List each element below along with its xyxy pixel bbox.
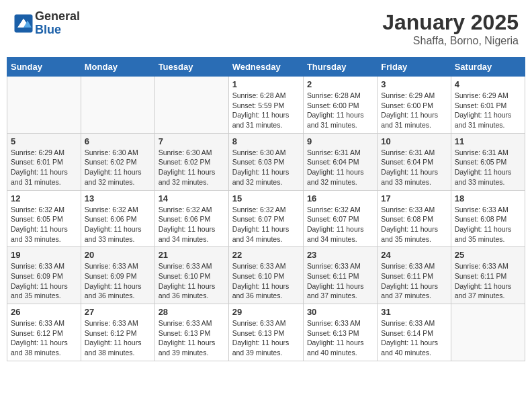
day-cell [7, 77, 81, 134]
day-cell: 22Sunrise: 6:33 AM Sunset: 6:10 PM Dayli… [228, 247, 303, 304]
week-row-4: 19Sunrise: 6:33 AM Sunset: 6:09 PM Dayli… [7, 247, 525, 304]
day-cell: 18Sunrise: 6:33 AM Sunset: 6:08 PM Dayli… [451, 190, 525, 247]
day-number: 21 [159, 250, 225, 260]
day-number: 11 [455, 136, 521, 146]
day-cell: 29Sunrise: 6:33 AM Sunset: 6:13 PM Dayli… [228, 304, 303, 361]
day-info: Sunrise: 6:31 AM Sunset: 6:04 PM Dayligh… [381, 148, 447, 187]
day-number: 6 [85, 136, 151, 146]
day-info: Sunrise: 6:31 AM Sunset: 6:05 PM Dayligh… [455, 148, 521, 187]
column-header-tuesday: Tuesday [154, 58, 228, 77]
column-header-monday: Monday [81, 58, 154, 77]
day-cell: 8Sunrise: 6:30 AM Sunset: 6:03 PM Daylig… [228, 133, 303, 190]
day-info: Sunrise: 6:30 AM Sunset: 6:02 PM Dayligh… [159, 148, 225, 187]
day-cell: 30Sunrise: 6:33 AM Sunset: 6:13 PM Dayli… [303, 304, 377, 361]
day-info: Sunrise: 6:32 AM Sunset: 6:07 PM Dayligh… [232, 205, 300, 244]
day-number: 9 [307, 136, 373, 146]
day-info: Sunrise: 6:33 AM Sunset: 6:09 PM Dayligh… [11, 261, 77, 301]
column-header-sunday: Sunday [7, 58, 81, 77]
day-cell: 11Sunrise: 6:31 AM Sunset: 6:05 PM Dayli… [451, 133, 525, 190]
day-cell: 19Sunrise: 6:33 AM Sunset: 6:09 PM Dayli… [7, 247, 81, 304]
day-info: Sunrise: 6:31 AM Sunset: 6:04 PM Dayligh… [307, 148, 373, 187]
day-cell: 10Sunrise: 6:31 AM Sunset: 6:04 PM Dayli… [378, 133, 451, 190]
day-number: 5 [11, 136, 77, 146]
day-cell: 5Sunrise: 6:29 AM Sunset: 6:01 PM Daylig… [7, 133, 81, 190]
day-cell: 15Sunrise: 6:32 AM Sunset: 6:07 PM Dayli… [228, 190, 303, 247]
week-row-2: 5Sunrise: 6:29 AM Sunset: 6:01 PM Daylig… [7, 133, 525, 190]
day-number: 20 [85, 250, 151, 260]
week-row-3: 12Sunrise: 6:32 AM Sunset: 6:05 PM Dayli… [7, 190, 525, 247]
day-info: Sunrise: 6:30 AM Sunset: 6:02 PM Dayligh… [85, 148, 151, 187]
day-cell: 31Sunrise: 6:33 AM Sunset: 6:14 PM Dayli… [378, 304, 451, 361]
calendar-location: Shaffa, Borno, Nigeria [382, 35, 519, 47]
day-cell: 3Sunrise: 6:29 AM Sunset: 6:00 PM Daylig… [378, 77, 451, 134]
day-info: Sunrise: 6:33 AM Sunset: 6:12 PM Dayligh… [85, 318, 151, 358]
day-info: Sunrise: 6:29 AM Sunset: 6:01 PM Dayligh… [455, 91, 521, 130]
calendar-title: January 2025 [382, 10, 519, 35]
column-header-thursday: Thursday [303, 58, 377, 77]
day-number: 17 [381, 193, 447, 203]
day-number: 14 [159, 193, 225, 203]
title-block: January 2025 Shaffa, Borno, Nigeria [382, 10, 519, 47]
day-number: 8 [232, 136, 300, 146]
day-number: 19 [11, 250, 77, 260]
day-number: 12 [11, 193, 77, 203]
day-cell: 7Sunrise: 6:30 AM Sunset: 6:02 PM Daylig… [154, 133, 228, 190]
day-info: Sunrise: 6:32 AM Sunset: 6:05 PM Dayligh… [11, 205, 77, 244]
day-cell: 9Sunrise: 6:31 AM Sunset: 6:04 PM Daylig… [303, 133, 377, 190]
day-cell: 26Sunrise: 6:33 AM Sunset: 6:12 PM Dayli… [7, 304, 81, 361]
day-info: Sunrise: 6:33 AM Sunset: 6:08 PM Dayligh… [381, 205, 447, 244]
day-info: Sunrise: 6:33 AM Sunset: 6:13 PM Dayligh… [159, 318, 225, 358]
day-cell: 21Sunrise: 6:33 AM Sunset: 6:10 PM Dayli… [154, 247, 228, 304]
day-number: 22 [232, 250, 300, 260]
day-cell: 12Sunrise: 6:32 AM Sunset: 6:05 PM Dayli… [7, 190, 81, 247]
day-info: Sunrise: 6:33 AM Sunset: 6:13 PM Dayligh… [307, 318, 373, 358]
day-cell: 23Sunrise: 6:33 AM Sunset: 6:11 PM Dayli… [303, 247, 377, 304]
day-cell: 17Sunrise: 6:33 AM Sunset: 6:08 PM Dayli… [378, 190, 451, 247]
day-number: 31 [381, 307, 447, 317]
day-cell [451, 304, 525, 361]
logo-icon [13, 13, 34, 34]
day-number: 28 [159, 307, 225, 317]
day-number: 13 [85, 193, 151, 203]
day-number: 25 [455, 250, 521, 260]
day-info: Sunrise: 6:33 AM Sunset: 6:11 PM Dayligh… [307, 261, 373, 301]
day-cell: 6Sunrise: 6:30 AM Sunset: 6:02 PM Daylig… [81, 133, 154, 190]
day-cell [81, 77, 154, 134]
day-cell [154, 77, 228, 134]
logo: General Blue [13, 10, 80, 37]
day-cell: 27Sunrise: 6:33 AM Sunset: 6:12 PM Dayli… [81, 304, 154, 361]
day-cell: 14Sunrise: 6:32 AM Sunset: 6:06 PM Dayli… [154, 190, 228, 247]
day-info: Sunrise: 6:29 AM Sunset: 6:01 PM Dayligh… [11, 148, 77, 187]
logo-general-text: General [35, 10, 80, 24]
day-info: Sunrise: 6:30 AM Sunset: 6:03 PM Dayligh… [232, 148, 300, 187]
day-number: 15 [232, 193, 300, 203]
day-number: 2 [307, 79, 373, 89]
day-info: Sunrise: 6:33 AM Sunset: 6:08 PM Dayligh… [455, 205, 521, 244]
day-info: Sunrise: 6:28 AM Sunset: 5:59 PM Dayligh… [232, 91, 300, 130]
day-info: Sunrise: 6:29 AM Sunset: 6:00 PM Dayligh… [381, 91, 447, 130]
day-info: Sunrise: 6:33 AM Sunset: 6:11 PM Dayligh… [455, 261, 521, 301]
day-info: Sunrise: 6:33 AM Sunset: 6:12 PM Dayligh… [11, 318, 77, 358]
page-header: General Blue January 2025 Shaffa, Borno,… [7, 7, 525, 50]
day-number: 16 [307, 193, 373, 203]
day-cell: 28Sunrise: 6:33 AM Sunset: 6:13 PM Dayli… [154, 304, 228, 361]
day-info: Sunrise: 6:33 AM Sunset: 6:13 PM Dayligh… [232, 318, 300, 358]
day-info: Sunrise: 6:33 AM Sunset: 6:09 PM Dayligh… [85, 261, 151, 301]
day-number: 26 [11, 307, 77, 317]
day-number: 23 [307, 250, 373, 260]
logo-blue-text: Blue [35, 24, 80, 37]
day-number: 10 [381, 136, 447, 146]
day-number: 1 [232, 79, 300, 89]
header-row: SundayMondayTuesdayWednesdayThursdayFrid… [7, 58, 525, 77]
day-info: Sunrise: 6:32 AM Sunset: 6:06 PM Dayligh… [159, 205, 225, 244]
day-info: Sunrise: 6:33 AM Sunset: 6:14 PM Dayligh… [381, 318, 447, 358]
day-number: 3 [381, 79, 447, 89]
day-info: Sunrise: 6:33 AM Sunset: 6:10 PM Dayligh… [159, 261, 225, 301]
column-header-saturday: Saturday [451, 58, 525, 77]
day-number: 24 [381, 250, 447, 260]
day-number: 4 [455, 79, 521, 89]
day-cell: 1Sunrise: 6:28 AM Sunset: 5:59 PM Daylig… [228, 77, 303, 134]
column-header-friday: Friday [378, 58, 451, 77]
day-cell: 4Sunrise: 6:29 AM Sunset: 6:01 PM Daylig… [451, 77, 525, 134]
day-info: Sunrise: 6:33 AM Sunset: 6:10 PM Dayligh… [232, 261, 300, 301]
